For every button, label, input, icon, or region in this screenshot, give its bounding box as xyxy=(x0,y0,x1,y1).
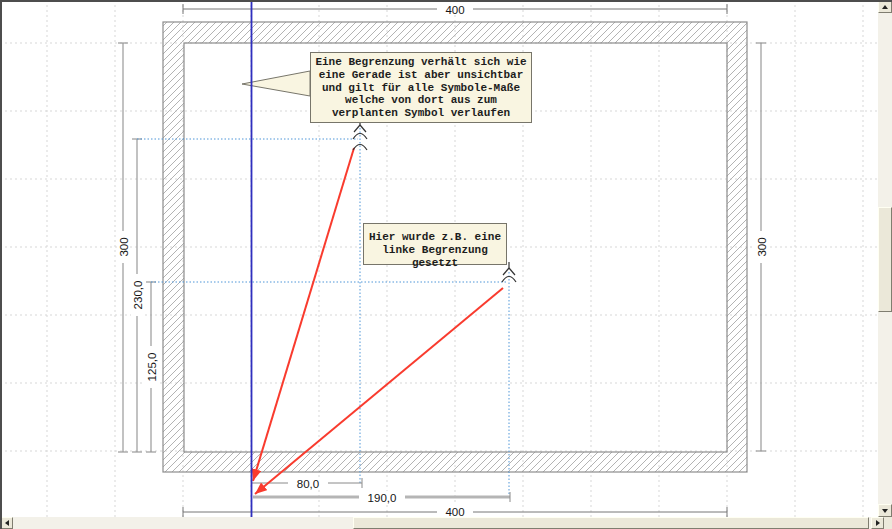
callout-linke-begrenzung[interactable]: Hier wurde z.B. eine linke Begrenzung ge… xyxy=(363,223,507,265)
callout-begrenzung-text: Eine Begrenzung verhält sich wie eine Ge… xyxy=(313,56,529,120)
vertical-scrollbar[interactable] xyxy=(878,0,892,517)
callout-begrenzung-info[interactable]: Eine Begrenzung verhält sich wie eine Ge… xyxy=(310,52,532,123)
dimension-top-400[interactable]: 400 xyxy=(183,3,727,16)
vertical-scroll-thumb[interactable] xyxy=(878,207,892,312)
dim-label-80: 80,0 xyxy=(297,478,319,490)
dimension-left-300[interactable]: 300 xyxy=(117,43,130,452)
dimension-right-300[interactable]: 300 xyxy=(755,43,768,451)
dim-label-left: 300 xyxy=(118,237,130,256)
window-border-left xyxy=(0,0,2,529)
dimension-bottom-400[interactable]: 400 xyxy=(183,505,727,517)
dim-label-230: 230,0 xyxy=(132,281,144,310)
drawing-canvas[interactable]: 400 400 300 xyxy=(0,0,878,517)
scroll-up-icon xyxy=(882,5,888,9)
dimension-offset-190[interactable]: 190,0 xyxy=(253,491,510,504)
window-border-top xyxy=(0,0,892,2)
dim-label-bottom: 400 xyxy=(445,506,464,518)
dim-label-125: 125,0 xyxy=(146,353,158,382)
dim-label-top: 400 xyxy=(445,4,464,16)
horizontal-scrollbar[interactable] xyxy=(0,517,884,529)
dim-label-190: 190,0 xyxy=(368,492,397,504)
scroll-down-button[interactable] xyxy=(878,504,892,517)
construction-lines xyxy=(137,128,509,497)
scrollbar-corner xyxy=(884,517,892,529)
horizontal-scroll-thumb[interactable] xyxy=(353,517,869,529)
scroll-down-icon xyxy=(882,509,888,513)
dim-label-right: 300 xyxy=(756,237,768,256)
scroll-right-button[interactable] xyxy=(871,517,884,529)
app-window: 400 400 300 xyxy=(0,0,892,529)
callout-linke-begrenzung-text: Hier wurde z.B. eine linke Begrenzung ge… xyxy=(366,231,504,269)
symbol-1[interactable] xyxy=(353,119,367,150)
dimension-symbol1-height[interactable]: 230,0 xyxy=(131,139,144,452)
dimension-symbol2-height[interactable]: 125,0 xyxy=(145,282,158,452)
scroll-left-icon xyxy=(5,520,9,526)
red-leader-arrows[interactable] xyxy=(253,148,503,494)
red-arrow-to-symbol1 xyxy=(253,148,354,481)
scroll-right-icon xyxy=(876,520,880,526)
